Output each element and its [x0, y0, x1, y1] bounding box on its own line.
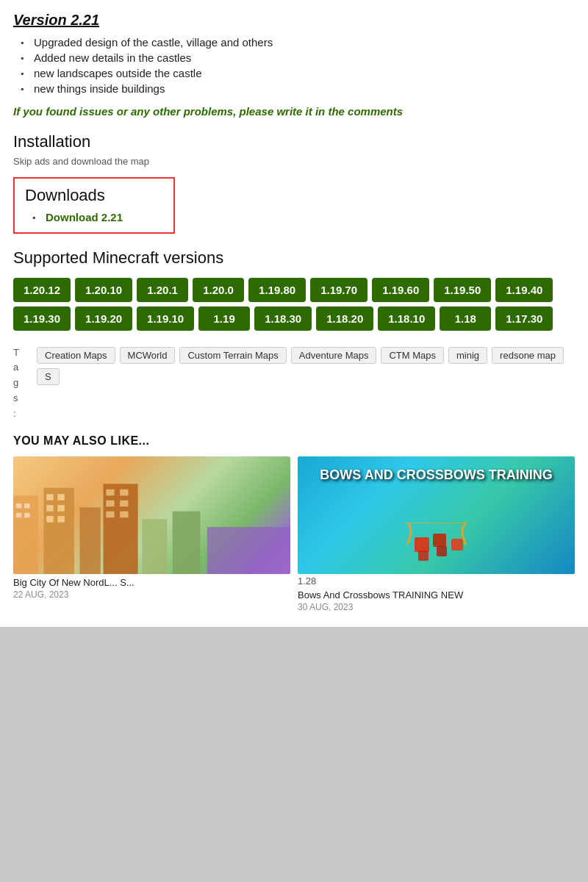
supported-heading: Supported Minecraft versions [13, 248, 575, 268]
svg-rect-2 [24, 503, 30, 508]
svg-rect-27 [437, 546, 447, 556]
version-badge[interactable]: 1.19.70 [310, 278, 368, 302]
svg-rect-15 [120, 490, 128, 496]
tag-mcworld[interactable]: MCWorld [120, 347, 176, 364]
tag-custom-terrain-maps[interactable]: Custom Terrain Maps [179, 347, 286, 364]
svg-rect-19 [120, 512, 128, 518]
version-badge[interactable]: 1.19.60 [372, 278, 429, 302]
svg-rect-16 [106, 501, 114, 507]
version-badge[interactable]: 1.19.30 [13, 306, 71, 331]
bullet-4: new things inside buildings [21, 82, 575, 95]
svg-rect-7 [57, 495, 64, 501]
svg-rect-22 [207, 527, 290, 574]
bows-decoration-svg [392, 523, 481, 567]
tag-ctm-maps[interactable]: CTM Maps [381, 347, 444, 364]
version-badge[interactable]: 1.18.20 [316, 306, 373, 331]
downloads-heading: Downloads [25, 186, 163, 205]
bullet-2: Added new details in the castles [21, 51, 575, 64]
svg-rect-20 [142, 520, 167, 575]
skip-ads-text: Skip ads and download the map [13, 156, 575, 167]
bows-overlay-text: BOWS AND CROSSBOWS TRAINING [298, 464, 575, 487]
svg-rect-9 [57, 506, 64, 512]
svg-rect-4 [24, 513, 30, 517]
bullet-1: Upgraded design of the castle, village a… [21, 36, 575, 49]
svg-rect-5 [43, 488, 74, 574]
version-badge[interactable]: 1.20.1 [137, 278, 188, 302]
issues-notice: If you found issues or any other problem… [13, 104, 575, 121]
city-buildings-svg [13, 480, 290, 574]
svg-rect-24 [433, 534, 446, 547]
tag-redsone-map[interactable]: redsone map [492, 347, 564, 364]
version-badge[interactable]: 1.20.12 [13, 278, 71, 302]
version-badge[interactable]: 1.19.20 [75, 306, 132, 331]
installation-heading: Installation [13, 132, 575, 151]
version-badge[interactable]: 1.20.10 [75, 278, 132, 302]
version-badge[interactable]: 1.19.50 [434, 278, 491, 302]
version-title: Version 2.21 [13, 12, 575, 29]
recommended-grid: Big City Of New NordL... S... 22 AUG, 20… [13, 456, 575, 612]
tag-creation-maps[interactable]: Creation Maps [37, 347, 115, 364]
download-link-list: Download 2.21 [25, 211, 163, 223]
svg-rect-25 [451, 539, 463, 551]
version-bullets: Upgraded design of the castle, village a… [13, 36, 575, 95]
download-item: Download 2.21 [32, 211, 163, 223]
svg-rect-26 [418, 551, 429, 561]
version-badge[interactable]: 1.18.10 [378, 306, 435, 331]
svg-rect-8 [46, 506, 53, 512]
bows-card-date: 30 AUG, 2023 [298, 602, 575, 612]
bows-thumb-image: BOWS AND CROSSBOWS TRAINING [298, 456, 575, 574]
tags-list: Creation Maps MCWorld Custom Terrain Map… [37, 345, 575, 385]
svg-rect-14 [106, 490, 114, 496]
city-card-date: 22 AUG, 2023 [13, 589, 290, 600]
tags-label: T a g s : [13, 345, 31, 422]
rec-card-city[interactable]: Big City Of New NordL... S... 22 AUG, 20… [13, 456, 290, 612]
versions-grid: 1.20.12 1.20.10 1.20.1 1.20.0 1.19.80 1.… [13, 278, 575, 331]
svg-rect-17 [120, 501, 128, 507]
tag-adventure-maps[interactable]: Adventure Maps [291, 347, 377, 364]
svg-rect-1 [16, 503, 22, 508]
svg-rect-13 [104, 484, 138, 575]
bows-card-title: Bows And Crossbows TRAINING NEW [298, 589, 575, 600]
version-badge[interactable]: 1.17.30 [495, 306, 553, 331]
rec-card-bows[interactable]: BOWS AND CROSSBOWS TRAINING 1.28 [298, 456, 575, 612]
svg-rect-3 [16, 513, 22, 517]
version-badge[interactable]: 1.19.80 [248, 278, 306, 302]
svg-rect-12 [79, 508, 100, 575]
version-badge[interactable]: 1.19.10 [137, 306, 194, 331]
version-badge[interactable]: 1.20.0 [193, 278, 244, 302]
city-thumb-image [13, 456, 290, 574]
version-badge[interactable]: 1.18 [440, 306, 491, 331]
svg-rect-23 [415, 537, 429, 552]
svg-rect-6 [46, 495, 53, 501]
svg-rect-11 [57, 517, 64, 523]
bows-card-version: 1.28 [298, 576, 575, 587]
tags-section: T a g s : Creation Maps MCWorld Custom T… [13, 345, 575, 422]
version-badge[interactable]: 1.19.40 [495, 278, 553, 302]
version-badge[interactable]: 1.18.30 [254, 306, 312, 331]
city-card-title: Big City Of New NordL... S... [13, 577, 290, 588]
tag-minig[interactable]: minig [448, 347, 487, 364]
download-221-link[interactable]: Download 2.21 [46, 211, 123, 223]
city-thumbnail [13, 456, 290, 574]
you-may-heading: YOU MAY ALSO LIKE... [13, 434, 575, 448]
tag-s[interactable]: S [37, 368, 60, 385]
bullet-3: new landscapes outside the castle [21, 67, 575, 79]
svg-rect-18 [106, 512, 114, 518]
bows-thumbnail: BOWS AND CROSSBOWS TRAINING [298, 456, 575, 574]
version-badge[interactable]: 1.19 [198, 306, 250, 331]
svg-rect-21 [173, 512, 201, 574]
svg-rect-10 [46, 517, 53, 523]
main-content: Version 2.21 Upgraded design of the cast… [0, 0, 588, 627]
downloads-box: Downloads Download 2.21 [13, 177, 175, 234]
